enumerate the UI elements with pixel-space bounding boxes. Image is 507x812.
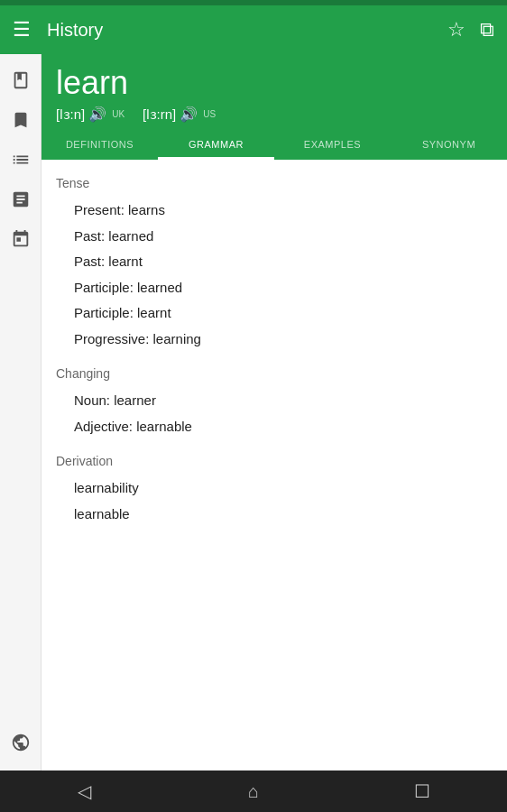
sidebar-item-calendar[interactable] — [2, 220, 40, 258]
sidebar-item-list[interactable] — [2, 141, 40, 179]
main-layout: learn [lɜ:n] 🔊 UK [lɜ:rn] 🔊 US DEFINITIO… — [0, 54, 507, 770]
sidebar-item-globe[interactable] — [2, 724, 40, 761]
content-area: learn [lɜ:n] 🔊 UK [lɜ:rn] 🔊 US DEFINITIO… — [41, 54, 507, 770]
globe-icon — [11, 733, 31, 752]
section-derivation: Derivation learnability learnable — [56, 454, 493, 527]
grammar-item: Participle: learned — [56, 275, 493, 301]
bottom-nav: ◁ ⌂ ☐ — [0, 770, 507, 812]
grammar-item: Noun: learner — [56, 388, 493, 414]
sidebar-item-book[interactable] — [2, 61, 40, 99]
section-changing-title: Changing — [56, 366, 493, 381]
grammar-item: learnability — [56, 475, 493, 502]
grammar-item: Adjective: learnable — [56, 414, 493, 440]
section-tense: Tense Present: learns Past: learned Past… — [56, 176, 493, 352]
home-button[interactable]: ⌂ — [231, 775, 276, 807]
pronunciation-us-text: [lɜ:rn] — [143, 106, 176, 123]
word-header: learn [lɜ:n] 🔊 UK [lɜ:rn] 🔊 US — [41, 54, 507, 130]
notebook-icon — [11, 189, 31, 209]
section-tense-title: Tense — [56, 176, 493, 190]
pronunciation-us: [lɜ:rn] 🔊 US — [143, 106, 216, 123]
sidebar — [0, 54, 41, 770]
sound-uk-icon[interactable]: 🔊 — [88, 106, 106, 123]
sidebar-item-notebook[interactable] — [2, 180, 40, 218]
sound-us-icon[interactable]: 🔊 — [180, 106, 198, 123]
tab-examples[interactable]: EXAMPLES — [274, 130, 391, 160]
list-icon — [11, 150, 31, 170]
grammar-content: Tense Present: learns Past: learned Past… — [41, 160, 507, 770]
tabs: DEFINITIONS GRAMMAR EXAMPLES SYNONYM — [41, 130, 507, 160]
back-button[interactable]: ◁ — [62, 775, 107, 807]
recents-button[interactable]: ☐ — [400, 775, 445, 807]
pronunciation-row: [lɜ:n] 🔊 UK [lɜ:rn] 🔊 US — [56, 106, 493, 123]
book-icon — [11, 70, 31, 90]
tab-grammar[interactable]: GRAMMAR — [158, 130, 274, 160]
grammar-item: Present: learns — [56, 198, 493, 224]
grammar-item: learnable — [56, 502, 493, 528]
star-icon[interactable]: ☆ — [447, 18, 466, 42]
pronunciation-uk-text: [lɜ:n] — [56, 106, 85, 123]
tab-definitions[interactable]: DEFINITIONS — [41, 130, 158, 160]
calendar-icon — [11, 229, 31, 249]
sidebar-item-bookmark[interactable] — [2, 101, 40, 139]
section-derivation-title: Derivation — [56, 454, 493, 468]
grammar-item: Progressive: learning — [56, 327, 493, 353]
pronunciation-uk-lang: UK — [112, 109, 124, 119]
copy-icon[interactable]: ⧉ — [480, 18, 494, 42]
menu-icon[interactable]: ☰ — [13, 18, 31, 42]
pronunciation-uk: [lɜ:n] 🔊 UK — [56, 106, 124, 123]
toolbar-actions: ☆ ⧉ — [447, 18, 494, 42]
word-title: learn — [56, 63, 493, 102]
grammar-item: Past: learnt — [56, 249, 493, 275]
pronunciation-us-lang: US — [203, 109, 216, 119]
grammar-item: Participle: learnt — [56, 300, 493, 327]
tab-synonym[interactable]: SYNONYM — [391, 130, 507, 160]
bookmark-icon — [11, 110, 31, 130]
toolbar-title: History — [47, 20, 447, 41]
grammar-item: Past: learned — [56, 224, 493, 250]
toolbar: ☰ History ☆ ⧉ — [0, 5, 507, 54]
section-changing: Changing Noun: learner Adjective: learna… — [56, 366, 493, 439]
